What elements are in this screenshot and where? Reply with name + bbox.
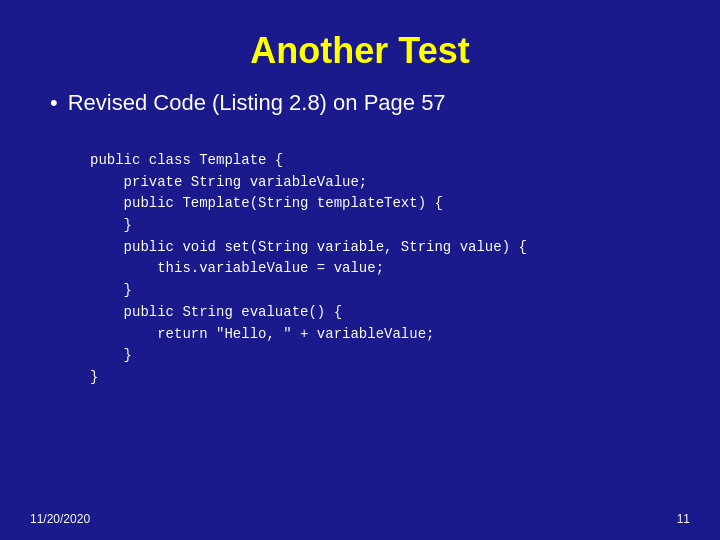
code-line-2: private String variableValue; [90,172,650,194]
code-line-11: } [90,367,650,389]
bullet-icon: • [50,90,58,116]
footer-date: 11/20/2020 [30,512,90,526]
subtitle-text: Revised Code (Listing 2.8) on Page 57 [68,90,446,116]
code-block: public class Template { private String v… [70,140,670,399]
code-line-9: return "Hello, " + variableValue; [90,324,650,346]
slide-title: Another Test [50,30,670,72]
code-line-7: } [90,280,650,302]
code-line-10: } [90,345,650,367]
code-line-1: public class Template { [90,150,650,172]
slide-subtitle: • Revised Code (Listing 2.8) on Page 57 [50,90,670,116]
code-line-5: public void set(String variable, String … [90,237,650,259]
code-line-3: public Template(String templateText) { [90,193,650,215]
footer-page-number: 11 [677,512,690,526]
code-line-6: this.variableValue = value; [90,258,650,280]
code-line-4: } [90,215,650,237]
slide: Another Test • Revised Code (Listing 2.8… [0,0,720,540]
code-line-8: public String evaluate() { [90,302,650,324]
